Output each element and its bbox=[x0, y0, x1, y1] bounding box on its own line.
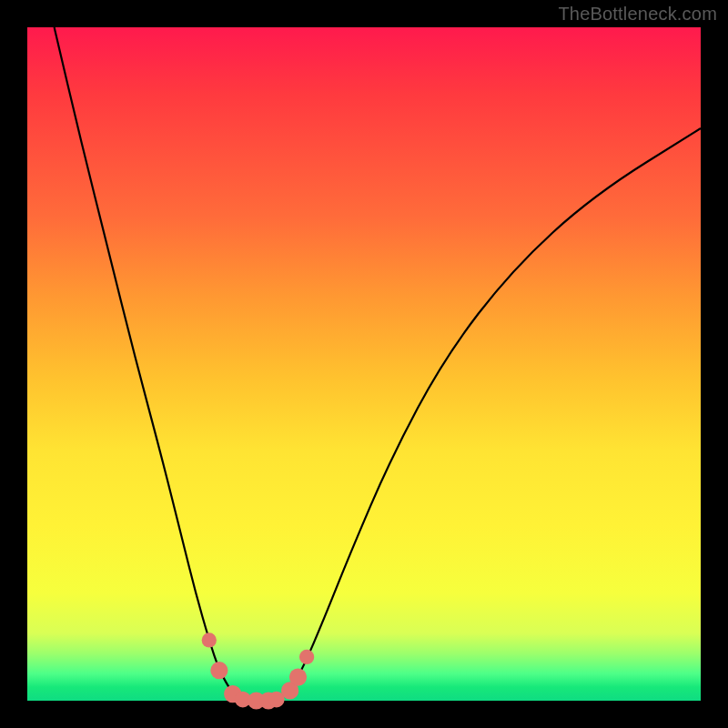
marker-group bbox=[202, 632, 315, 709]
chart-svg bbox=[27, 27, 701, 701]
chart-plot-area bbox=[27, 27, 701, 701]
chart-frame: TheBottleneck.com bbox=[0, 0, 728, 728]
curve-group bbox=[55, 27, 701, 701]
curve-right-branch bbox=[277, 128, 701, 701]
curve-left-branch bbox=[55, 27, 243, 701]
curve-marker bbox=[210, 662, 228, 679]
curve-marker bbox=[202, 632, 217, 647]
watermark-text: TheBottleneck.com bbox=[558, 4, 717, 25]
curve-marker bbox=[299, 650, 314, 664]
curve-marker bbox=[289, 668, 307, 685]
